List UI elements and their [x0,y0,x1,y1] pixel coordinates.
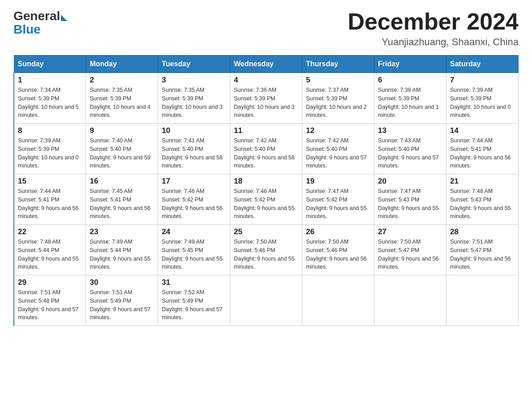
calendar-cell: 14Sunrise: 7:44 AMSunset: 5:41 PMDayligh… [446,124,519,174]
calendar-cell: 16Sunrise: 7:45 AMSunset: 5:41 PMDayligh… [86,174,158,225]
calendar-cell: 8Sunrise: 7:39 AMSunset: 5:39 PMDaylight… [14,124,86,174]
day-info: Sunrise: 7:52 AMSunset: 5:49 PMDaylight:… [162,288,226,322]
calendar-body: 1Sunrise: 7:34 AMSunset: 5:39 PMDaylight… [14,73,519,326]
calendar-cell [302,275,374,326]
calendar-cell: 29Sunrise: 7:51 AMSunset: 5:48 PMDayligh… [14,275,86,326]
day-info: Sunrise: 7:51 AMSunset: 5:48 PMDaylight:… [18,288,82,322]
calendar-table: SundayMondayTuesdayWednesdayThursdayFrid… [13,55,519,326]
day-number: 27 [378,227,442,236]
day-info: Sunrise: 7:48 AMSunset: 5:44 PMDaylight:… [18,238,82,271]
day-info: Sunrise: 7:43 AMSunset: 5:40 PMDaylight:… [378,137,442,170]
calendar-cell: 15Sunrise: 7:44 AMSunset: 5:41 PMDayligh… [14,174,86,225]
day-info: Sunrise: 7:46 AMSunset: 5:42 PMDaylight:… [234,187,298,221]
day-number: 17 [162,177,226,186]
day-info: Sunrise: 7:42 AMSunset: 5:40 PMDaylight:… [234,137,298,170]
calendar-cell: 18Sunrise: 7:46 AMSunset: 5:42 PMDayligh… [230,174,302,225]
day-number: 2 [90,76,154,85]
calendar-week-row: 22Sunrise: 7:48 AMSunset: 5:44 PMDayligh… [14,225,519,275]
calendar-cell: 28Sunrise: 7:51 AMSunset: 5:47 PMDayligh… [446,225,519,275]
calendar-cell: 21Sunrise: 7:48 AMSunset: 5:43 PMDayligh… [446,174,519,225]
day-number: 28 [450,227,515,236]
day-number: 8 [18,126,82,135]
calendar-cell: 24Sunrise: 7:49 AMSunset: 5:45 PMDayligh… [158,225,230,275]
logo-arrow-icon [61,15,67,21]
calendar-cell: 10Sunrise: 7:41 AMSunset: 5:40 PMDayligh… [158,124,230,174]
calendar-week-row: 1Sunrise: 7:34 AMSunset: 5:39 PMDaylight… [14,73,519,124]
calendar-cell: 26Sunrise: 7:50 AMSunset: 5:46 PMDayligh… [302,225,374,275]
day-number: 14 [450,126,515,135]
day-info: Sunrise: 7:35 AMSunset: 5:39 PMDaylight:… [90,86,154,120]
calendar-week-row: 15Sunrise: 7:44 AMSunset: 5:41 PMDayligh… [14,174,519,225]
day-info: Sunrise: 7:45 AMSunset: 5:41 PMDaylight:… [90,187,154,221]
day-number: 24 [162,227,226,236]
day-info: Sunrise: 7:44 AMSunset: 5:41 PMDaylight:… [18,187,82,221]
day-info: Sunrise: 7:50 AMSunset: 5:46 PMDaylight:… [234,238,298,271]
calendar-week-row: 8Sunrise: 7:39 AMSunset: 5:39 PMDaylight… [14,124,519,174]
calendar-cell: 1Sunrise: 7:34 AMSunset: 5:39 PMDaylight… [14,73,86,124]
calendar-cell: 19Sunrise: 7:47 AMSunset: 5:42 PMDayligh… [302,174,374,225]
day-info: Sunrise: 7:48 AMSunset: 5:43 PMDaylight:… [450,187,515,221]
day-number: 5 [306,76,370,85]
day-number: 11 [234,126,298,135]
day-info: Sunrise: 7:34 AMSunset: 5:39 PMDaylight:… [18,86,82,120]
day-number: 21 [450,177,515,186]
day-number: 1 [18,76,82,85]
day-header-friday: Friday [374,56,446,73]
calendar-week-row: 29Sunrise: 7:51 AMSunset: 5:48 PMDayligh… [14,275,519,326]
calendar-cell: 25Sunrise: 7:50 AMSunset: 5:46 PMDayligh… [230,225,302,275]
day-number: 3 [162,76,226,85]
day-number: 25 [234,227,298,236]
day-header-wednesday: Wednesday [230,56,302,73]
calendar-cell [230,275,302,326]
day-info: Sunrise: 7:47 AMSunset: 5:43 PMDaylight:… [378,187,442,221]
day-number: 23 [90,227,154,236]
calendar-cell: 13Sunrise: 7:43 AMSunset: 5:40 PMDayligh… [374,124,446,174]
day-info: Sunrise: 7:47 AMSunset: 5:42 PMDaylight:… [306,187,370,221]
day-header-saturday: Saturday [446,56,519,73]
calendar-cell [374,275,446,326]
day-header-sunday: Sunday [14,56,86,73]
calendar-cell: 30Sunrise: 7:51 AMSunset: 5:49 PMDayligh… [86,275,158,326]
calendar-cell: 7Sunrise: 7:39 AMSunset: 5:39 PMDaylight… [446,73,519,124]
calendar-cell: 17Sunrise: 7:46 AMSunset: 5:42 PMDayligh… [158,174,230,225]
logo: General Blue [13,9,67,36]
calendar-header-row: SundayMondayTuesdayWednesdayThursdayFrid… [14,56,519,73]
day-info: Sunrise: 7:39 AMSunset: 5:39 PMDaylight:… [450,86,515,120]
day-number: 7 [450,76,515,85]
day-info: Sunrise: 7:41 AMSunset: 5:40 PMDaylight:… [162,137,226,170]
day-number: 6 [378,76,442,85]
day-number: 26 [306,227,370,236]
day-number: 18 [234,177,298,186]
day-info: Sunrise: 7:49 AMSunset: 5:44 PMDaylight:… [90,238,154,271]
day-info: Sunrise: 7:50 AMSunset: 5:46 PMDaylight:… [306,238,370,271]
day-number: 30 [90,278,154,287]
day-header-tuesday: Tuesday [158,56,230,73]
day-info: Sunrise: 7:46 AMSunset: 5:42 PMDaylight:… [162,187,226,221]
day-number: 31 [162,278,226,287]
day-header-monday: Monday [86,56,158,73]
day-number: 29 [18,278,82,287]
page-header: General Blue December 2024 Yuanjiazhuang… [13,9,519,48]
day-number: 15 [18,177,82,186]
day-number: 19 [306,177,370,186]
day-info: Sunrise: 7:42 AMSunset: 5:40 PMDaylight:… [306,137,370,170]
day-info: Sunrise: 7:38 AMSunset: 5:39 PMDaylight:… [378,86,442,120]
month-title: December 2024 [348,9,519,34]
day-info: Sunrise: 7:51 AMSunset: 5:47 PMDaylight:… [450,238,515,271]
day-info: Sunrise: 7:36 AMSunset: 5:39 PMDaylight:… [234,86,298,120]
calendar-cell [446,275,519,326]
calendar-cell: 3Sunrise: 7:35 AMSunset: 5:39 PMDaylight… [158,73,230,124]
calendar-cell: 11Sunrise: 7:42 AMSunset: 5:40 PMDayligh… [230,124,302,174]
day-info: Sunrise: 7:35 AMSunset: 5:39 PMDaylight:… [162,86,226,120]
day-number: 9 [90,126,154,135]
day-info: Sunrise: 7:40 AMSunset: 5:40 PMDaylight:… [90,137,154,170]
day-number: 16 [90,177,154,186]
day-number: 10 [162,126,226,135]
day-number: 22 [18,227,82,236]
logo-general-text: General [13,9,60,23]
calendar-cell: 9Sunrise: 7:40 AMSunset: 5:40 PMDaylight… [86,124,158,174]
day-info: Sunrise: 7:50 AMSunset: 5:47 PMDaylight:… [378,238,442,271]
calendar-cell: 6Sunrise: 7:38 AMSunset: 5:39 PMDaylight… [374,73,446,124]
day-number: 13 [378,126,442,135]
location-text: Yuanjiazhuang, Shaanxi, China [348,36,519,48]
